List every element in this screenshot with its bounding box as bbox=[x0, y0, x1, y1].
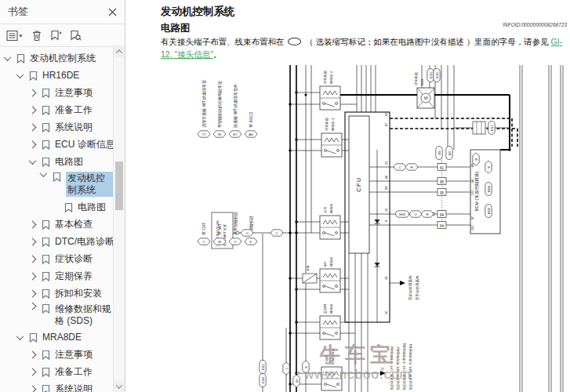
svg-text:带 M/T: 带 M/T bbox=[217, 223, 222, 235]
chevron-right-icon[interactable] bbox=[29, 255, 37, 263]
sidebar-item-mra8de[interactable]: MRA8DE bbox=[0, 328, 113, 346]
svg-text:C: C bbox=[275, 231, 278, 235]
sidebar-item-engine-control-system-selected[interactable]: 发动机控制系统 bbox=[0, 170, 113, 198]
chevron-down-icon[interactable] bbox=[40, 169, 48, 177]
svg-text:69: 69 bbox=[384, 186, 388, 190]
svg-text:继电器: 继电器 bbox=[329, 303, 333, 314]
bookmark-icon bbox=[42, 367, 50, 377]
scroll-up-icon[interactable] bbox=[114, 45, 125, 57]
chevron-down-icon[interactable] bbox=[29, 157, 37, 165]
relay-cooling-fan-2: 冷却风扇 继电器-2 bbox=[320, 71, 340, 110]
bookmarks-panel: 书签 bbox=[0, 0, 125, 392]
sidebar-scrollbar[interactable] bbox=[113, 45, 125, 392]
svg-text:带智能钥匙的右侧驾驶车型: 带智能钥匙的右侧驾驶车型 bbox=[217, 81, 223, 128]
gi-link-part2[interactable]: 12. "接头信息" bbox=[161, 49, 213, 59]
watermark-url: www.ncboo.com bbox=[303, 367, 412, 382]
sidebar-item-precautions[interactable]: 注意事项 bbox=[0, 84, 113, 101]
bookmarks-tree: 发动机控制系统 HR16DE 注意事项 准备工作 系统说明 ECU 诊断信息 bbox=[0, 45, 113, 392]
bookmark-icon bbox=[42, 271, 50, 281]
bookmark-icon bbox=[42, 140, 50, 150]
svg-text:39: 39 bbox=[384, 276, 388, 280]
bookmark-icon bbox=[16, 53, 25, 64]
chevron-right-icon[interactable] bbox=[29, 289, 37, 297]
chevron-right-icon[interactable] bbox=[29, 272, 37, 280]
svg-text:A/C: A/C bbox=[323, 261, 327, 267]
sidebar-item-periodic-maintenance[interactable]: 定期保养 bbox=[0, 267, 113, 285]
chevron-down-icon[interactable] bbox=[16, 332, 24, 340]
sidebar-item-system-description[interactable]: 系统说明 bbox=[0, 118, 113, 136]
chevron-right-icon[interactable] bbox=[29, 303, 37, 310]
sidebar-item-hr16de[interactable]: HR16DE bbox=[0, 67, 113, 84]
svg-text:E8: E8 bbox=[437, 151, 441, 155]
page-title: 发动机控制系统 bbox=[161, 5, 235, 19]
svg-text:至自动空调系统: 至自动空调系统 bbox=[408, 275, 413, 300]
svg-text:除搭载 M/T 的泰国车型外: 除搭载 M/T 的泰国车型外 bbox=[233, 84, 238, 128]
chevron-right-icon[interactable] bbox=[29, 220, 37, 228]
bcm-label: BCM (车身控制模块) bbox=[474, 172, 479, 212]
scroll-down-icon[interactable] bbox=[114, 380, 125, 392]
sidebar-item-system-description-2[interactable]: 系统说明 bbox=[0, 380, 113, 392]
svg-text:冷却风扇: 冷却风扇 bbox=[323, 71, 327, 84]
sidebar-item-service-data-specs[interactable]: 维修数据和规格 (SDS) bbox=[0, 302, 113, 328]
chevron-right-icon[interactable] bbox=[29, 89, 37, 96]
gi-link-part1[interactable]: GI- bbox=[551, 37, 563, 46]
svg-text:M66: M66 bbox=[487, 185, 491, 192]
sidebar-item-engine-control-system[interactable]: 发动机控制系统 bbox=[0, 49, 113, 67]
svg-text:87: 87 bbox=[384, 122, 388, 126]
svg-text:16: 16 bbox=[384, 208, 388, 212]
svg-text:R: R bbox=[410, 165, 412, 169]
chevron-right-icon[interactable] bbox=[29, 238, 37, 245]
chevron-right-icon[interactable] bbox=[29, 123, 37, 131]
watermark-cn: 牛车宝 bbox=[319, 343, 395, 366]
chevron-right-icon[interactable] bbox=[29, 106, 37, 114]
delete-bookmark-icon[interactable] bbox=[31, 30, 42, 42]
bookmark-icon bbox=[42, 237, 50, 247]
sidebar-item-dtc-circuit-diagnosis[interactable]: DTC/电路诊断 bbox=[0, 233, 113, 250]
sidebar-item-wiring-diagram-page[interactable]: 电路图 bbox=[0, 198, 113, 216]
chevron-right-icon[interactable] bbox=[29, 350, 37, 358]
svg-text:带 CVT: 带 CVT bbox=[201, 223, 206, 235]
svg-text:95: 95 bbox=[440, 180, 445, 184]
svg-text:继电器: 继电器 bbox=[329, 203, 333, 214]
relay-starter: 起动机 继电器 bbox=[320, 303, 340, 339]
svg-text:64: 64 bbox=[440, 224, 445, 228]
sidebar-item-removal-installation[interactable]: 拆卸和安装 bbox=[0, 285, 113, 302]
add-bookmark-icon[interactable] bbox=[50, 30, 62, 42]
chevron-right-icon[interactable] bbox=[29, 385, 37, 392]
svg-text:58: 58 bbox=[470, 179, 474, 183]
svg-text:49: 49 bbox=[470, 163, 474, 167]
svg-text:K: K bbox=[250, 240, 252, 244]
sidebar-item-basic-inspection[interactable]: 基本检查 bbox=[0, 216, 113, 233]
svg-text:E62: E62 bbox=[261, 364, 265, 370]
bookmarks-panel-title: 书签 bbox=[8, 5, 28, 19]
sidebar-item-precautions-2[interactable]: 注意事项 bbox=[0, 346, 113, 363]
svg-text:C: C bbox=[285, 367, 289, 369]
close-icon[interactable] bbox=[108, 8, 117, 16]
bookmark-options-icon[interactable] bbox=[6, 30, 24, 42]
svg-text:AS: AS bbox=[249, 132, 253, 136]
sidebar-item-wiring-diagram[interactable]: 电路图 bbox=[0, 153, 113, 170]
chevron-right-icon[interactable] bbox=[29, 368, 37, 376]
bookmark-icon bbox=[53, 172, 61, 182]
bookmark-icon bbox=[64, 202, 73, 212]
scrollbar-thumb[interactable] bbox=[115, 162, 123, 210]
sidebar-item-preparation-2[interactable]: 准备工作 bbox=[0, 363, 113, 380]
svg-text:30: 30 bbox=[384, 310, 388, 314]
sidebar-item-preparation[interactable]: 准备工作 bbox=[0, 101, 113, 118]
wire-lines bbox=[233, 65, 563, 392]
chevron-right-icon[interactable] bbox=[29, 140, 37, 148]
svg-text:ET: ET bbox=[233, 132, 238, 136]
sidebar-item-symptom-diagnosis[interactable]: 症状诊断 bbox=[0, 250, 113, 267]
relay-ignition: 点火 继电器 bbox=[320, 203, 340, 239]
svg-text:102: 102 bbox=[470, 225, 474, 231]
find-bookmark-icon[interactable] bbox=[70, 30, 82, 42]
cooling-fan-motor: M 冷却风扇 电机 E14 E15 bbox=[414, 69, 440, 109]
chevron-down-icon[interactable] bbox=[4, 53, 12, 61]
svg-text:C: C bbox=[398, 165, 401, 169]
sidebar-item-ecu-diagnosis-info[interactable]: ECU 诊断信息 bbox=[0, 136, 113, 153]
svg-text:继电器: 继电器 bbox=[329, 256, 333, 267]
chevron-down-icon[interactable] bbox=[16, 71, 24, 78]
bookmark-icon bbox=[42, 157, 50, 167]
bookmark-icon bbox=[42, 220, 50, 230]
bookmark-icon bbox=[42, 350, 50, 360]
